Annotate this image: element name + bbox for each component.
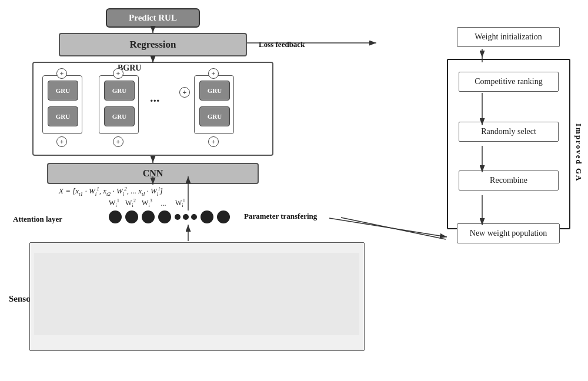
gru-bottom-2: GRU (104, 106, 135, 126)
att-dots-mid (175, 214, 197, 220)
sliding-inner-area (34, 253, 359, 335)
att-dot-3 (142, 210, 155, 223)
svg-line-14 (329, 218, 447, 237)
w-labels-row: Wi1 Wi2 Wi3 ... Wil (108, 198, 186, 208)
cnn-box: CNN (47, 163, 259, 184)
ga-outer-box: Competitive ranking Randomly select Reco… (447, 59, 570, 229)
plus-circle-1: + (56, 68, 67, 79)
w-label-2: Wi2 (124, 198, 137, 208)
formula-text: X = [xt1 · Wi1, xt2 · Wi2, ... xtl · Wil… (59, 186, 163, 197)
att-dot-2 (125, 210, 138, 223)
plus-circle-b1: + (56, 136, 67, 147)
gru-top-1: GRU (48, 81, 78, 101)
main-container: Predict RUL Regression Loss feedback Wei… (0, 0, 588, 381)
weight-init-box: Weight initialization (457, 27, 560, 47)
w-label-1: Wi1 (108, 198, 121, 208)
plus-circle-mid: + (179, 87, 190, 98)
gru-top-2: GRU (104, 81, 135, 101)
att-dot-1 (109, 210, 122, 223)
param-transfer-label: Parameter transfering (244, 212, 317, 221)
gru-bottom-1: GRU (48, 106, 78, 126)
plus-circle-2: + (113, 68, 123, 79)
loss-feedback-label: Loss feedback (259, 40, 305, 49)
plus-circle-b2: + (113, 136, 123, 147)
w-dots: ... (157, 199, 170, 208)
randomly-select-box: Randomly select (459, 122, 559, 142)
attention-layer-label: Attention layer (13, 215, 62, 224)
new-weight-population-box: New weight population (457, 223, 560, 243)
w-label-3: Wi3 (141, 198, 153, 208)
att-dot-6 (217, 210, 230, 223)
gru-pair-3: GRU GRU (194, 75, 234, 134)
att-dot-4 (158, 210, 171, 223)
gru-top-3: GRU (199, 81, 230, 101)
gru-bottom-3: GRU (199, 106, 230, 126)
svg-line-15 (341, 218, 446, 239)
recombine-box: Recombine (459, 171, 559, 190)
att-dot-5 (201, 210, 213, 223)
predict-rul-box: Predict RUL (106, 8, 200, 28)
w-label-l: Wil (173, 198, 186, 208)
improved-ga-label: Improved GA (574, 123, 583, 182)
regression-box: Regression (59, 33, 247, 56)
gru-pair-2: GRU GRU (99, 75, 139, 134)
plus-circle-3: + (208, 68, 219, 79)
competitive-ranking-box: Competitive ranking (459, 72, 559, 92)
gru-pair-1: GRU GRU (42, 75, 82, 134)
attention-dots (109, 210, 230, 223)
bgru-dots: ··· (150, 93, 160, 108)
plus-circle-b3: + (208, 136, 219, 147)
